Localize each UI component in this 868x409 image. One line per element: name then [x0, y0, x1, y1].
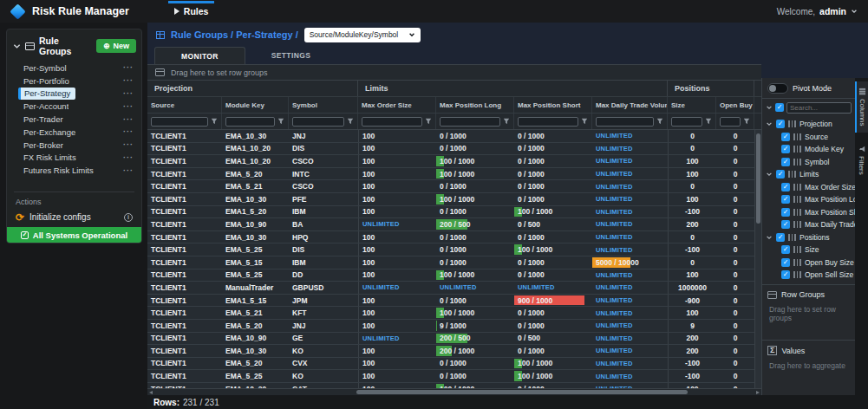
drag-grip-icon[interactable] [788, 234, 796, 241]
drag-grip-icon[interactable] [793, 259, 801, 266]
column-header-long[interactable]: Max Position Long [436, 97, 514, 113]
column-checkbox[interactable]: ✓ [781, 133, 790, 141]
table-row[interactable]: TCLIENT1EMA_5_25DIS1000 / 1000100 / 1000… [147, 243, 754, 256]
item-menu-icon[interactable]: ··· [123, 102, 134, 111]
tree-item-max-order-size[interactable]: ✓ Max Order Size [762, 181, 855, 194]
chevron-down-icon[interactable] [766, 234, 773, 241]
column-checkbox[interactable]: ✓ [776, 120, 785, 128]
user-menu[interactable]: Welcome, admin [777, 6, 858, 16]
filter-funnel-icon[interactable] [743, 118, 750, 125]
tree-item-open-buy-size[interactable]: ✓ Open Buy Size [762, 256, 855, 269]
tree-item-max-position-short[interactable]: ✓ Max Position Short [762, 206, 855, 219]
table-row[interactable]: TCLIENT1EMA_10_30PFE100100 / 10000 / 100… [147, 193, 754, 206]
sidebar-item-per-portfolio[interactable]: Per-Portfolio ··· [7, 75, 141, 88]
sidebar-item-futures-risk-limits[interactable]: Futures Risk Limits ··· [7, 164, 141, 177]
table-row[interactable]: TCLIENT1EMA_5_20JNJ1009 / 10000 / 1000UN… [147, 320, 754, 333]
tree-group-projection[interactable]: ✓ Projection [762, 118, 855, 131]
filter-funnel-icon[interactable] [503, 118, 510, 125]
table-row[interactable]: TCLIENT1EMA_5_21KFT100100 / 10000 / 1000… [147, 307, 754, 320]
table-row[interactable]: TCLIENT1EMA1_10_20CSCO100100 / 10000 / 1… [147, 155, 754, 168]
column-header-daily[interactable]: Max Daily Trade Volume [592, 97, 668, 113]
filter-funnel-icon[interactable] [277, 118, 284, 125]
scroll-right-icon[interactable] [756, 391, 760, 394]
table-row[interactable]: TCLIENT1ManualTraderGBPUSDUNLIMITEDUNLIM… [147, 282, 754, 295]
sidebar-item-per-trader[interactable]: Per-Trader ··· [7, 113, 141, 126]
tree-item-size[interactable]: ✓ Size [762, 243, 855, 256]
pivot-mode-toggle[interactable] [767, 83, 788, 94]
filter-input-short[interactable] [518, 117, 578, 127]
filter-input-size[interactable] [671, 117, 702, 127]
drag-grip-icon[interactable] [788, 171, 796, 178]
table-row[interactable]: TCLIENT1EMA_5_25DD100100 / 10000 / 1000U… [147, 269, 754, 282]
column-checkbox[interactable]: ✓ [781, 258, 790, 267]
column-checkbox[interactable]: ✓ [781, 183, 790, 192]
item-menu-icon[interactable]: ··· [123, 140, 134, 149]
table-row[interactable]: TCLIENT1EMA1_5_15JPM1000 / 1000900 / 100… [147, 295, 754, 308]
filter-funnel-icon[interactable] [656, 118, 663, 125]
item-menu-icon[interactable]: ··· [123, 127, 134, 136]
horizontal-scrollbar[interactable] [147, 388, 761, 395]
sidebar-item-per-broker[interactable]: Per-Broker ··· [7, 139, 141, 152]
column-checkbox[interactable]: ✓ [776, 170, 785, 179]
column-header-short[interactable]: Max Position Short [514, 97, 592, 113]
tree-item-module-key[interactable]: ✓ Module Key [762, 143, 855, 156]
column-checkbox[interactable]: ✓ [781, 208, 790, 217]
tab-settings[interactable]: SETTINGS [245, 47, 336, 64]
sidebar-item-per-strategy[interactable]: Per-Strategy ··· [7, 88, 141, 101]
tree-item-open-sell-size[interactable]: ✓ Open Sell Size [762, 269, 855, 282]
chevron-down-icon[interactable] [13, 42, 21, 50]
table-row[interactable]: TCLIENT1EMA_5_20CVX1000 / 1000100 / 1000… [147, 358, 754, 371]
filter-funnel-icon[interactable] [347, 118, 354, 125]
filter-funnel-icon[interactable] [705, 118, 712, 125]
table-row[interactable]: TCLIENT1EMA_10_30KO100200 / 10000 / 1000… [147, 345, 754, 358]
side-tab-filters[interactable]: Filters [855, 140, 868, 181]
column-header-max_order[interactable]: Max Order Size [358, 97, 436, 113]
table-row[interactable]: TCLIENT1EMA_10_30JNJ1000 / 10000 / 1000U… [147, 130, 754, 143]
horizontal-scrollbar-thumb[interactable] [356, 390, 688, 394]
tree-group-positions[interactable]: ✓ Positions [762, 231, 855, 244]
filter-input-daily[interactable] [596, 117, 654, 127]
tab-monitor[interactable]: MONITOR [154, 47, 245, 64]
column-checkbox[interactable]: ✓ [776, 233, 785, 242]
drag-grip-icon[interactable] [793, 159, 801, 166]
filter-funnel-icon[interactable] [211, 118, 218, 125]
view-selector[interactable]: Source/ModuleKey/Symbol [304, 28, 421, 42]
column-checkbox[interactable]: ✓ [781, 158, 790, 166]
info-icon[interactable]: i [124, 213, 133, 222]
drag-grip-icon[interactable] [793, 221, 801, 228]
chevron-down-icon[interactable] [766, 171, 773, 178]
sidebar-item-per-exchange[interactable]: Per-Exchange ··· [7, 126, 141, 139]
tree-item-source[interactable]: ✓ Source [762, 131, 855, 144]
item-menu-icon[interactable]: ··· [123, 76, 134, 85]
filter-input-max_order[interactable] [362, 117, 422, 127]
vertical-scrollbar[interactable] [754, 130, 761, 388]
select-all-columns-checkbox[interactable]: ✓ [775, 103, 784, 112]
filter-funnel-icon[interactable] [858, 146, 865, 153]
filter-input-open_buy[interactable] [720, 117, 741, 127]
item-menu-icon[interactable]: ··· [123, 166, 134, 175]
table-row[interactable]: TCLIENT1EMA_5_15IBM1000 / 10000 / 100050… [147, 256, 754, 269]
initialize-configs-action[interactable]: ⟳ Initialize configs i [7, 209, 141, 225]
vertical-scrollbar-thumb[interactable] [756, 133, 760, 224]
column-checkbox[interactable]: ✓ [781, 195, 790, 204]
new-rule-group-button[interactable]: ⊕ New [96, 39, 136, 53]
sidebar-item-per-account[interactable]: Per-Account ··· [7, 100, 141, 113]
filter-input-module_key[interactable] [225, 117, 275, 127]
drag-grip-icon[interactable] [793, 146, 801, 153]
tree-item-max-daily-trade-volume[interactable]: ✓ Max Daily Trade Volume [762, 218, 855, 231]
filter-input-source[interactable] [151, 117, 208, 127]
table-row[interactable]: TCLIENT1EMA_10_90GEUNLIMITED200 / 5000 /… [147, 333, 754, 346]
table-row[interactable]: TCLIENT1EMA1_5_20IBM1000 / 1000100 / 100… [147, 206, 754, 219]
drag-grip-icon[interactable] [793, 184, 801, 191]
column-checkbox[interactable]: ✓ [781, 270, 790, 279]
table-row[interactable]: TCLIENT1EMA_5_21CSCO1000 / 10000 / 1000U… [147, 180, 754, 193]
drag-grip-icon[interactable] [793, 271, 801, 278]
column-header-symbol[interactable]: Symbol [289, 97, 358, 113]
table-row[interactable]: TCLIENT1EMA_5_20INTC100100 / 10000 / 100… [147, 168, 754, 181]
filter-input-long[interactable] [440, 117, 500, 127]
nav-tab-rules[interactable]: Rules [166, 0, 218, 23]
item-menu-icon[interactable]: ··· [123, 63, 134, 72]
chevron-down-icon[interactable] [766, 120, 773, 127]
column-checkbox[interactable]: ✓ [781, 220, 790, 229]
sidebar-item-per-symbol[interactable]: Per-Symbol ··· [7, 62, 141, 75]
